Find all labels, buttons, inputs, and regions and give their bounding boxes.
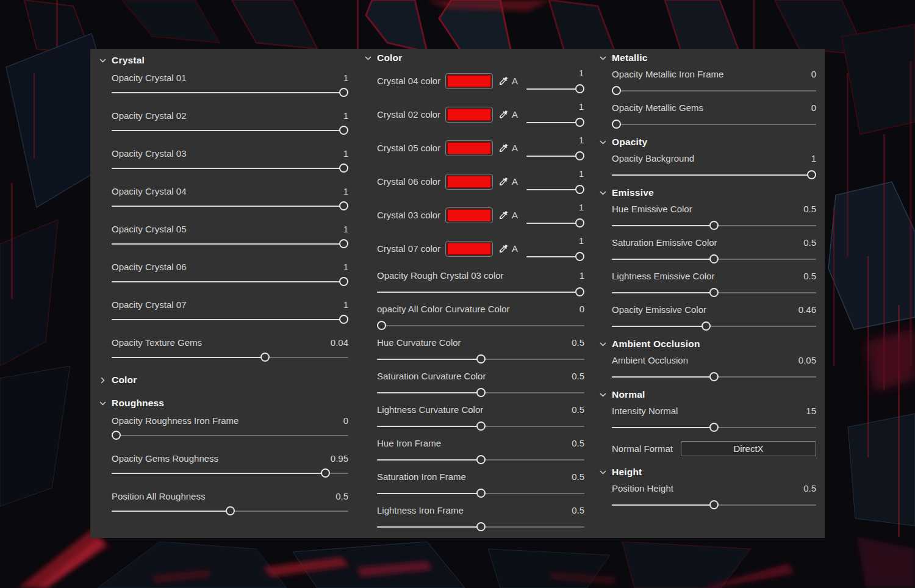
slider-thumb[interactable] <box>709 372 719 381</box>
section-header-crystal[interactable]: Crystal <box>112 52 348 68</box>
slider-thumb[interactable] <box>575 287 584 296</box>
slider-thumb[interactable] <box>377 321 386 330</box>
slider-thumb[interactable] <box>709 221 719 230</box>
slider-thumb[interactable] <box>321 468 330 478</box>
slider-track-rest <box>112 435 348 436</box>
color-swatch[interactable] <box>445 207 493 223</box>
section-header-roughness[interactable]: Roughness <box>112 395 348 411</box>
color-swatch[interactable] <box>445 73 493 89</box>
alpha-slider-track[interactable] <box>526 185 584 195</box>
eyedropper-icon[interactable] <box>498 176 509 187</box>
slider-track[interactable] <box>377 522 584 532</box>
dropdown-select[interactable]: DirectX <box>681 441 816 456</box>
slider-track[interactable] <box>112 468 348 478</box>
slider-track[interactable] <box>377 388 584 398</box>
slider-thumb[interactable] <box>807 170 816 179</box>
slider-track[interactable] <box>112 431 348 440</box>
color-swatch[interactable] <box>445 241 493 257</box>
alpha-slider-track[interactable] <box>526 151 584 161</box>
slider-track[interactable] <box>112 353 348 362</box>
slider-thumb[interactable] <box>476 522 486 531</box>
section-header-ambient-occlusion[interactable]: Ambient Occlusion <box>612 336 816 352</box>
color-label: Crystal 02 color <box>377 109 445 120</box>
alpha-slider-thumb[interactable] <box>575 84 584 93</box>
slider-track[interactable] <box>612 254 816 264</box>
alpha-slider-track[interactable] <box>526 84 584 94</box>
slider-track[interactable] <box>377 354 584 364</box>
slider-thumb[interactable] <box>339 239 348 248</box>
section-header-emissive[interactable]: Emissive <box>612 185 816 201</box>
slider-track[interactable] <box>612 500 816 510</box>
slider-track[interactable] <box>612 221 816 231</box>
slider-thumb[interactable] <box>709 423 719 432</box>
eyedropper-icon[interactable] <box>498 109 509 120</box>
slider-thumb[interactable] <box>612 86 621 95</box>
section-header-opacity[interactable]: Opacity <box>612 134 816 150</box>
alpha-slider-thumb[interactable] <box>575 252 584 261</box>
slider-track[interactable] <box>612 86 816 96</box>
alpha-slider-thumb[interactable] <box>575 218 584 228</box>
slider-thumb[interactable] <box>339 88 348 97</box>
section-header-color[interactable]: Color <box>112 372 348 388</box>
slider-thumb[interactable] <box>339 315 348 324</box>
slider-track[interactable] <box>112 315 348 324</box>
slider-thumb[interactable] <box>260 353 270 362</box>
slider-thumb[interactable] <box>612 120 621 129</box>
section-header-color[interactable]: Color <box>377 50 584 66</box>
slider-track[interactable] <box>612 372 816 382</box>
slider-track[interactable] <box>377 455 584 465</box>
alpha-slider-thumb[interactable] <box>575 151 584 160</box>
slider-track[interactable] <box>377 489 584 498</box>
slider-track[interactable] <box>112 506 348 516</box>
slider-thumb[interactable] <box>709 500 719 509</box>
slider-thumb[interactable] <box>702 321 711 331</box>
alpha-label: A <box>512 76 518 86</box>
slider-thumb[interactable] <box>709 288 719 297</box>
eyedropper-icon[interactable] <box>498 210 509 220</box>
slider-thumb[interactable] <box>476 489 486 498</box>
slider-track[interactable] <box>112 163 348 173</box>
slider-track[interactable] <box>612 170 816 180</box>
slider-track[interactable] <box>112 277 348 287</box>
slider-track[interactable] <box>112 126 348 135</box>
dropdown-value: DirectX <box>733 443 763 454</box>
slider-thumb[interactable] <box>339 201 348 210</box>
slider-track[interactable] <box>112 239 348 249</box>
slider-label: Opacity Metallic Iron Frame <box>612 69 723 79</box>
color-swatch[interactable] <box>445 140 493 156</box>
slider-track[interactable] <box>112 201 348 211</box>
color-swatch[interactable] <box>445 107 493 123</box>
section-header-normal[interactable]: Normal <box>612 387 816 403</box>
slider-thumb[interactable] <box>339 126 348 135</box>
slider-thumb[interactable] <box>476 421 486 431</box>
alpha-slider-thumb[interactable] <box>575 118 584 127</box>
slider-thumb[interactable] <box>339 163 348 173</box>
slider-track[interactable] <box>377 421 584 431</box>
alpha-slider-track[interactable] <box>526 218 584 228</box>
eyedropper-icon[interactable] <box>498 243 509 254</box>
slider-thumb[interactable] <box>476 388 486 397</box>
section-header-metallic[interactable]: Metallic <box>612 50 816 66</box>
slider-track[interactable] <box>377 321 584 331</box>
slider-track[interactable] <box>612 120 816 129</box>
slider-track[interactable] <box>377 287 584 297</box>
slider-thumb[interactable] <box>112 431 121 440</box>
color-swatch[interactable] <box>445 174 493 190</box>
slider-thumb[interactable] <box>476 455 486 464</box>
slider-track[interactable] <box>612 423 816 432</box>
alpha-slider-track[interactable] <box>526 252 584 262</box>
slider-thumb[interactable] <box>476 354 486 364</box>
chevron-down-icon <box>99 57 107 65</box>
slider-track[interactable] <box>112 88 348 98</box>
eyedropper-icon[interactable] <box>498 76 509 86</box>
slider-thumb[interactable] <box>709 254 719 264</box>
slider-track[interactable] <box>612 321 816 331</box>
eyedropper-icon[interactable] <box>498 143 509 153</box>
alpha-slider-track[interactable] <box>526 118 584 127</box>
chevron-down-icon <box>599 391 607 399</box>
slider-track[interactable] <box>612 288 816 298</box>
section-header-height[interactable]: Height <box>612 464 816 480</box>
alpha-slider-thumb[interactable] <box>575 185 584 194</box>
slider-thumb[interactable] <box>226 506 235 515</box>
slider-thumb[interactable] <box>339 277 348 286</box>
